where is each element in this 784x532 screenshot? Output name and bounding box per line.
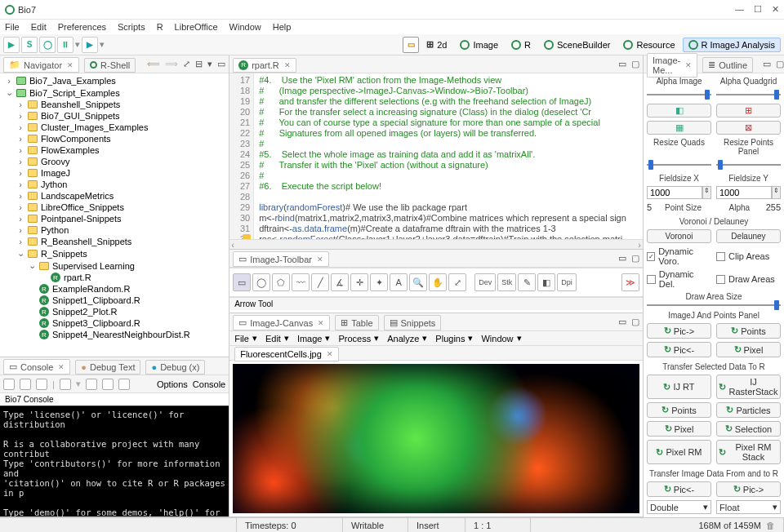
menu-window[interactable]: Window (229, 22, 261, 32)
chk-draw-areas[interactable]: Draw Areas (716, 269, 781, 289)
btn-pixel[interactable]: ↻Pixel (716, 342, 781, 357)
btn-picl2[interactable]: ↻Pic<- (647, 481, 711, 497)
tree-projfolder[interactable]: ›Bio7_Java_Examples (0, 75, 229, 86)
cv-process[interactable]: Process ▾ (338, 333, 379, 344)
nav-link-icon[interactable]: ⤢ (183, 59, 190, 69)
btn-points-icon[interactable]: ⊞ (716, 104, 781, 117)
code-editor[interactable]: 17 18 19 20 21 22 23 24 25 26 27 28 29 3… (229, 73, 643, 249)
panel-max-icon[interactable]: ▢ (631, 317, 639, 327)
tab-rpart[interactable]: Rrpart.R✕ (233, 58, 296, 73)
btn-pixel2[interactable]: ↻Pixel (647, 421, 711, 437)
persp-scenebuilder[interactable]: SceneBuilder (538, 38, 616, 52)
tab-outline[interactable]: ≣ Outline (702, 57, 753, 73)
tree-rfile[interactable]: RSnippet4_NearestNeighbourDist.R (0, 329, 229, 340)
persp-r-imagej-analysis[interactable]: R ImageJ Analysis (683, 38, 781, 52)
btn-delauney[interactable]: Delauney (716, 229, 781, 243)
tab-rshell[interactable]: R-Shell (84, 58, 136, 73)
tool-s-icon[interactable]: S (21, 37, 38, 53)
ij-angle-icon[interactable]: ∡ (331, 273, 349, 291)
tool-run2-icon[interactable]: ▶ (82, 37, 98, 53)
btn-pic-icon[interactable]: ▦ (647, 121, 711, 135)
menu-scripts[interactable]: Scripts (118, 22, 145, 32)
btn-picr2[interactable]: ↻Pic-> (716, 481, 781, 497)
tab-ij-toolbar[interactable]: ▭ ImageJ-Toolbar✕ (233, 251, 329, 267)
ij-more-icon[interactable]: ≫ (621, 273, 639, 291)
menu-preferences[interactable]: Preferences (58, 22, 106, 32)
ij-dropper-icon[interactable]: ⤢ (448, 273, 466, 291)
nav-fwd-icon[interactable]: ⟹ (165, 59, 178, 69)
persp-image[interactable]: Image (454, 38, 504, 52)
ij-rect-icon[interactable]: ▭ (233, 273, 251, 291)
menu-file[interactable]: File (5, 22, 20, 32)
btn-pixel-rm[interactable]: ↻Pixel RM (647, 440, 711, 464)
nav-collapse-icon[interactable]: ⊟ (195, 59, 203, 69)
slider-resize-points[interactable] (716, 159, 781, 171)
tree-folder[interactable]: ›Groovy (0, 156, 229, 167)
nav-back-icon[interactable]: ⟸ (147, 59, 160, 69)
ij-lut-icon[interactable]: ◧ (537, 273, 555, 291)
persp-resource[interactable]: Resource (617, 38, 680, 52)
tree-folder[interactable]: ⌄R_Snippets (0, 247, 229, 259)
tree-folder[interactable]: ›FlowExamples (0, 144, 229, 156)
tab-debugx[interactable]: ●Debug (x) (145, 360, 205, 375)
cv-window[interactable]: Window ▾ (481, 333, 521, 344)
tree-folder[interactable]: ›FlowComponents (0, 133, 229, 144)
tab-debugtext[interactable]: ●Debug Text (75, 360, 140, 375)
btn-points[interactable]: ↻Points (716, 323, 781, 339)
ij-poly-icon[interactable]: ⬠ (272, 273, 290, 291)
tree-rfile[interactable]: RSnippet1_Clipboard.R (0, 295, 229, 306)
console-opticon[interactable] (60, 379, 71, 390)
persp-2d[interactable]: ⊞2d (421, 37, 452, 52)
cv-image[interactable]: Image ▾ (297, 333, 331, 344)
console-opticon[interactable] (86, 379, 97, 390)
tab-snippets[interactable]: ▤ Snippets (384, 315, 442, 330)
btn-selection[interactable]: ↻Selection (716, 421, 781, 437)
tree-folder[interactable]: ⌄Supervised Learning (0, 259, 229, 272)
tool-window-icon[interactable]: ▭ (403, 37, 419, 53)
combo-double[interactable]: Double▾ (647, 500, 711, 514)
console-opticon[interactable] (3, 379, 15, 390)
ij-wand-icon[interactable]: ✦ (370, 273, 388, 291)
tool-run-icon[interactable]: ▶ (3, 37, 20, 53)
console-opticon[interactable] (20, 379, 31, 390)
console-console-link[interactable]: Console (193, 379, 225, 389)
btn-points2[interactable]: ↻Points (647, 402, 711, 418)
chk-clip-areas[interactable]: Clip Areas (716, 246, 781, 266)
menu-help[interactable]: Help (273, 22, 292, 32)
tool-circle-icon[interactable]: ◯ (39, 37, 56, 53)
panel-max-icon[interactable]: ▢ (631, 253, 639, 264)
nav-menu-icon[interactable]: ▾ (207, 59, 212, 69)
editor-max-icon[interactable]: ▢ (631, 59, 639, 69)
tree-folder[interactable]: ›LandscapeMetrics (0, 190, 229, 202)
tree-folder[interactable]: ›LibreOffice_Snippets (0, 202, 229, 213)
slider-draw-area[interactable] (647, 304, 781, 306)
btn-pic-right[interactable]: ↻Pic-> (647, 323, 711, 339)
tab-table[interactable]: ⊞ Table (335, 315, 378, 330)
tree-folder[interactable]: ›Jython (0, 179, 229, 190)
menu-r[interactable]: R (157, 22, 163, 32)
ij-text-icon[interactable]: A (390, 273, 408, 291)
tree-folder[interactable]: ›Python (0, 224, 229, 236)
chk-dyn-del[interactable]: Dynamic Del. (647, 269, 711, 289)
panel-min-icon[interactable]: ▭ (763, 59, 771, 69)
ij-stk[interactable]: Stk (497, 273, 516, 291)
console-opticon[interactable] (102, 379, 114, 390)
slider-resize-quads[interactable] (647, 159, 711, 171)
cv-plugins[interactable]: Plugins ▾ (435, 333, 473, 344)
tree-folder[interactable]: ›Bio7_GUI_Snippets (0, 110, 229, 122)
tab-console[interactable]: ▭ Console✕ (3, 359, 70, 375)
minimize-icon[interactable]: — (735, 4, 744, 15)
tab-ij-canvas[interactable]: ▭ ImageJ-Canvas✕ (233, 315, 330, 330)
ij-dpi[interactable]: Dpi (557, 273, 577, 291)
console-options-link[interactable]: Options (157, 379, 188, 389)
input-fsx[interactable] (647, 186, 702, 199)
menu-libreoffice[interactable]: LibreOffice (175, 22, 218, 32)
editor-min-icon[interactable]: ▭ (618, 59, 626, 69)
tree-folder[interactable]: ›Beanshell_Snippets (0, 99, 229, 110)
chk-dyn-voro[interactable]: ✓Dynamic Voro. (647, 246, 711, 266)
btn-pic-left[interactable]: ↻Pic<- (647, 342, 711, 357)
gc-icon[interactable]: 🗑 (766, 521, 775, 530)
tab-image-methods[interactable]: Image-Me...✕ (647, 53, 697, 78)
ij-line-icon[interactable]: ╱ (311, 273, 329, 291)
persp-r[interactable]: R (506, 38, 537, 52)
